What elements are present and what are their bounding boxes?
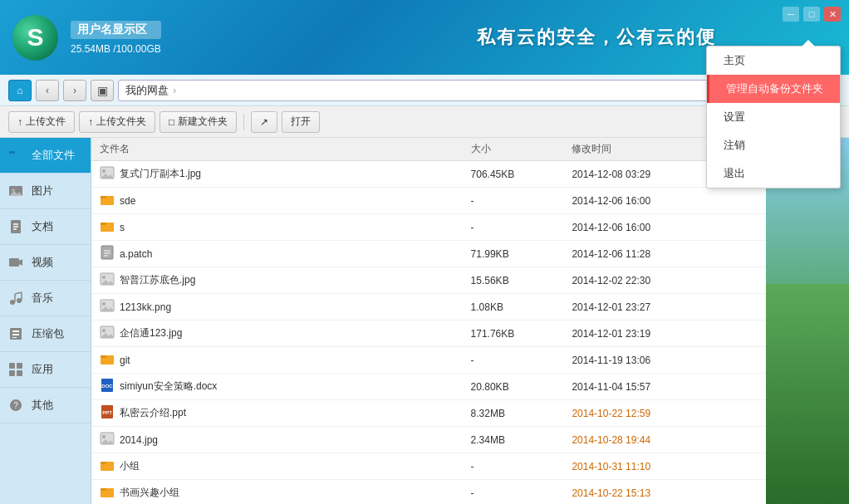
sidebar-item-music[interactable]: 音乐 xyxy=(0,281,91,316)
archive-label: 压缩包 xyxy=(32,326,64,341)
svg-rect-22 xyxy=(9,370,15,376)
file-name-cell: 书画兴趣小组 xyxy=(91,480,463,505)
window-controls: ─ □ ✕ xyxy=(783,7,841,22)
minimize-button[interactable]: ─ xyxy=(783,7,799,22)
file-date: 2014-12-06 16:00 xyxy=(563,188,766,214)
svg-rect-56 xyxy=(101,462,106,464)
user-info: 用户名显示区 25.54MB /100.00GB xyxy=(71,21,161,55)
file-size: - xyxy=(463,188,564,214)
svg-rect-20 xyxy=(9,363,15,369)
file-name: 2014.jpg xyxy=(120,434,158,446)
file-date: 2014-10-28 19:44 xyxy=(563,427,766,453)
table-row[interactable]: 复式门厅副本1.jpg 706.45KB 2014-12-08 03:29 xyxy=(91,161,766,188)
upload-folder-button[interactable]: ↑ 上传文件夹 xyxy=(79,111,155,133)
file-size: - xyxy=(463,214,564,241)
dropdown-arrow xyxy=(802,40,815,46)
video-icon xyxy=(7,253,25,272)
table-row[interactable]: sde - 2014-12-06 16:00 xyxy=(91,188,766,214)
menu-item-home[interactable]: 主页 xyxy=(707,46,840,75)
file-name: 私密云介绍.ppt xyxy=(120,406,186,420)
file-name-cell: 2014.jpg xyxy=(91,427,463,453)
apps-icon xyxy=(7,360,25,379)
svg-rect-47 xyxy=(101,355,106,358)
file-type-icon xyxy=(100,298,115,316)
file-name-cell: 小组 xyxy=(91,453,463,480)
file-type-icon: DOC xyxy=(100,378,115,395)
upload-folder-icon: ↑ xyxy=(88,116,93,128)
forward-button[interactable]: › xyxy=(63,80,86,101)
svg-rect-33 xyxy=(101,246,113,259)
table-row[interactable]: s - 2014-12-06 16:00 xyxy=(91,214,766,241)
table-row[interactable]: 1213kk.png 1.08KB 2014-12-01 23:27 xyxy=(91,294,766,321)
file-type-icon: PPT xyxy=(100,404,115,422)
background-scenery xyxy=(766,138,849,504)
sidebar-item-all-files[interactable]: 全部文件 xyxy=(0,138,91,174)
svg-point-38 xyxy=(102,276,106,279)
svg-point-3 xyxy=(12,188,15,192)
file-name: sde xyxy=(120,195,135,207)
svg-text:PPT: PPT xyxy=(102,410,112,415)
file-type-icon xyxy=(100,458,115,475)
docs-label: 文档 xyxy=(32,219,53,234)
sidebar-item-photos[interactable]: 图片 xyxy=(0,174,91,209)
upload-file-button[interactable]: ↑ 上传文件 xyxy=(8,111,75,133)
upload-file-label: 上传文件 xyxy=(26,115,66,129)
file-name-cell: PPT 私密云介绍.ppt xyxy=(91,400,463,427)
svg-text:DOC: DOC xyxy=(101,384,113,389)
svg-rect-9 xyxy=(9,258,19,267)
maximize-button[interactable]: □ xyxy=(803,7,820,22)
sidebar-item-apps[interactable]: 应用 xyxy=(0,352,91,388)
col-filename: 文件名 xyxy=(91,138,463,161)
folder-button[interactable]: ▣ xyxy=(91,80,114,101)
svg-point-41 xyxy=(102,302,106,306)
file-name: s xyxy=(120,222,125,233)
storage-info: 25.54MB /100.00GB xyxy=(71,43,161,55)
file-size: 8.32MB xyxy=(463,400,564,427)
menu-item-logout[interactable]: 注销 xyxy=(707,131,840,159)
file-table: 文件名 大小 修改时间 复式门厅副本1.jpg 706.45KB 2014-12… xyxy=(91,138,766,504)
table-row[interactable]: a.patch 71.99KB 2014-12-06 11:28 xyxy=(91,241,766,267)
svg-point-12 xyxy=(17,298,22,303)
new-folder-button[interactable]: □ 新建文件夹 xyxy=(159,111,237,133)
file-type-icon xyxy=(100,325,115,342)
menu-item-settings[interactable]: 设置 xyxy=(707,103,840,131)
header-slogan: 私有云的安全，公有云的便 xyxy=(477,25,716,50)
open-button[interactable]: 打开 xyxy=(282,111,320,133)
svg-point-53 xyxy=(102,435,106,438)
table-row[interactable]: 2014.jpg 2.34MB 2014-10-28 19:44 xyxy=(91,427,766,453)
file-size: - xyxy=(463,480,564,505)
file-name-cell: DOC simiyun安全策略.docx xyxy=(91,374,463,400)
table-row[interactable]: 企信通123.jpg 171.76KB 2014-12-01 23:19 xyxy=(91,321,766,347)
table-row[interactable]: 小组 - 2014-10-31 11:10 xyxy=(91,453,766,480)
file-size: 706.45KB xyxy=(463,161,564,188)
share-button[interactable]: ↗ xyxy=(251,111,277,133)
table-row[interactable]: git - 2014-11-19 13:06 xyxy=(91,347,766,374)
file-size: - xyxy=(463,453,564,480)
file-name-cell: sde xyxy=(91,188,463,214)
file-name: 复式门厅副本1.jpg xyxy=(120,167,201,181)
sidebar-item-other[interactable]: ? 其他 xyxy=(0,388,91,423)
file-name: 小组 xyxy=(120,459,140,473)
sidebar-item-video[interactable]: 视频 xyxy=(0,245,91,281)
menu-item-backup[interactable]: 管理自动备份文件夹 xyxy=(707,75,840,103)
address-bar: 我的网盘 › xyxy=(118,80,709,101)
share-icon: ↗ xyxy=(260,116,268,128)
table-row[interactable]: PPT 私密云介绍.ppt 8.32MB 2014-10-22 12:59 xyxy=(91,400,766,427)
file-size: 1.08KB xyxy=(463,294,564,321)
close-button[interactable]: ✕ xyxy=(824,7,841,22)
all-files-label: 全部文件 xyxy=(32,148,75,163)
address-text: 我的网盘 xyxy=(125,83,169,98)
file-name-cell: 企信通123.jpg xyxy=(91,321,463,347)
sidebar-item-archive[interactable]: 压缩包 xyxy=(0,316,91,352)
table-row[interactable]: 智普江苏底色.jpg 15.56KB 2014-12-02 22:30 xyxy=(91,267,766,294)
logo-icon xyxy=(12,15,58,61)
back-button[interactable]: ‹ xyxy=(36,80,59,101)
menu-item-exit[interactable]: 退出 xyxy=(707,159,840,188)
home-button[interactable]: ⌂ xyxy=(8,80,32,101)
table-row[interactable]: DOC simiyun安全策略.docx 20.80KB 2014-11-04 … xyxy=(91,374,766,400)
table-row[interactable]: 书画兴趣小组 - 2014-10-22 15:13 xyxy=(91,480,766,505)
video-label: 视频 xyxy=(32,255,53,270)
file-name: 书画兴趣小组 xyxy=(120,486,179,500)
file-size: 171.76KB xyxy=(463,321,564,347)
sidebar-item-docs[interactable]: 文档 xyxy=(0,209,91,245)
